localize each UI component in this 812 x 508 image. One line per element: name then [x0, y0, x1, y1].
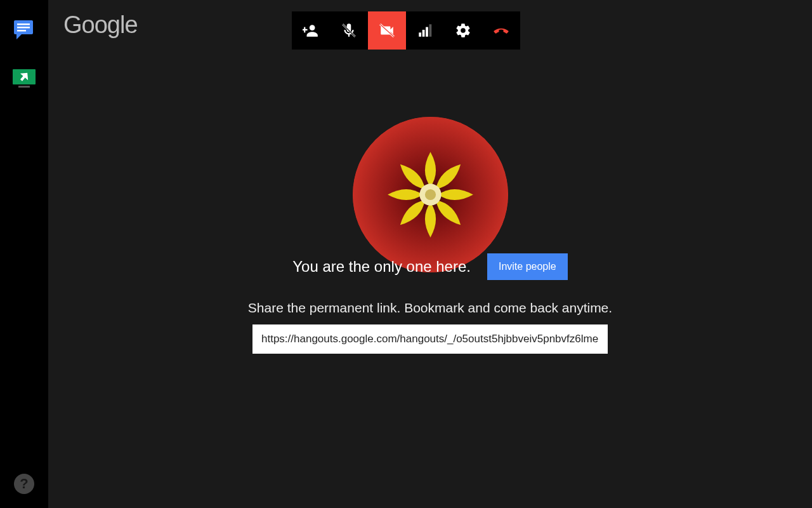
sidebar [0, 0, 48, 508]
help-button[interactable]: ? [14, 474, 34, 494]
permanent-link-input[interactable] [261, 333, 599, 345]
svg-rect-2 [17, 23, 30, 25]
main-area: You are the only one here. Invite people… [48, 0, 812, 508]
screenshare-button[interactable] [12, 69, 36, 93]
only-one-msg: You are the only one here. [292, 258, 471, 276]
svg-rect-4 [17, 30, 26, 32]
svg-marker-1 [16, 33, 23, 39]
svg-point-22 [424, 189, 435, 199]
svg-rect-3 [17, 27, 30, 29]
invite-people-button[interactable]: Invite people [487, 253, 568, 280]
permanent-link-box [252, 324, 608, 354]
presence-line: You are the only one here. Invite people [292, 253, 567, 280]
share-link-msg: Share the permanent link. Bookmark and c… [248, 300, 612, 316]
svg-rect-6 [18, 86, 30, 88]
help-icon: ? [20, 476, 28, 492]
self-avatar [353, 117, 508, 272]
chat-button[interactable] [13, 18, 36, 43]
